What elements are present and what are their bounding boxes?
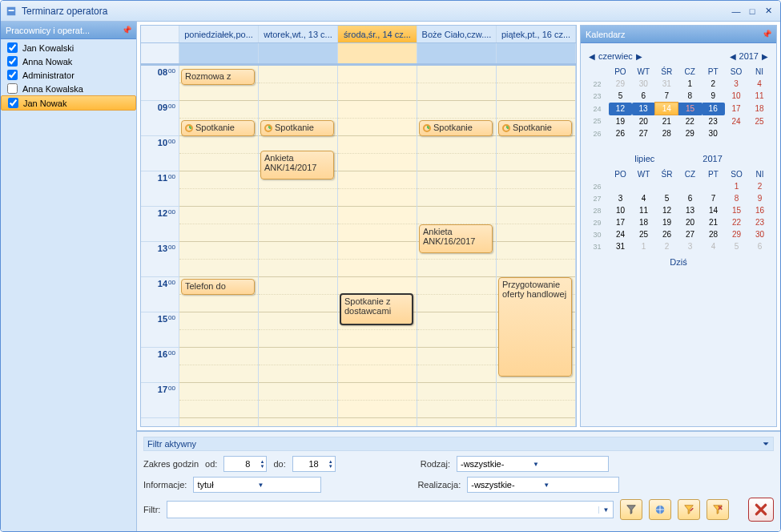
day-header[interactable]: Boże Ciało,czw.... (417, 26, 497, 42)
cal-day[interactable]: 20 (678, 216, 702, 228)
cal-day[interactable]: 18 (632, 216, 655, 228)
cal-day[interactable]: 23 (702, 115, 725, 128)
cal-day[interactable]: 23 (748, 216, 771, 228)
allday-cell[interactable] (497, 43, 576, 63)
filter-edit-button[interactable] (678, 499, 700, 520)
employee-checkbox[interactable] (7, 56, 18, 66)
employee-checkbox[interactable] (7, 83, 18, 94)
cal-day[interactable]: 27 (632, 127, 655, 139)
filter-apply-button[interactable] (620, 499, 642, 520)
cal-day[interactable]: 7 (702, 192, 725, 204)
day-header[interactable]: piątek,pt., 16 cz... (497, 26, 576, 42)
day-header[interactable]: wtorek,wt., 13 c... (259, 26, 338, 42)
employee-item[interactable]: Jan Nowak (1, 95, 136, 111)
filter-globe-button[interactable] (649, 499, 671, 520)
calendar-event[interactable]: Ankieta ANK/14/2017 (260, 151, 334, 179)
today-link[interactable]: Dziś (586, 257, 771, 267)
filter-header[interactable]: Filtr aktywny ⏷ (143, 437, 774, 451)
kind-combo[interactable]: -wszystkie-▼ (457, 456, 609, 472)
cal-day[interactable]: 20 (632, 115, 655, 128)
cal-day[interactable]: 9 (702, 90, 725, 103)
allday-cell[interactable] (338, 43, 417, 63)
cal-day[interactable]: 3 (609, 192, 632, 204)
cal-day[interactable]: 6 (678, 192, 702, 204)
cal-day[interactable]: 30 (748, 228, 771, 240)
cal-day[interactable]: 17 (609, 216, 632, 228)
cal-day[interactable]: 16 (748, 204, 771, 216)
day-column[interactable]: SpotkanieAnkieta ANK/14/2017 (259, 66, 338, 426)
hour-to-input[interactable]: ▲▼ (292, 456, 336, 472)
cal-day[interactable]: 6 (632, 90, 655, 103)
year-label[interactable]: 2017 (739, 51, 759, 61)
cal-day[interactable]: 2 (702, 78, 725, 90)
employee-item[interactable]: Jan Kowalski (1, 41, 136, 54)
collapse-icon[interactable]: ⏷ (763, 440, 770, 448)
cal-day[interactable]: 15 (678, 103, 702, 115)
cal-day[interactable]: 1 (678, 78, 702, 90)
cal-day[interactable]: 24 (725, 115, 748, 128)
employee-item[interactable]: Anna Kowalska (1, 82, 136, 95)
prev-month-button[interactable]: ◀ (586, 52, 598, 61)
cal-day[interactable]: 17 (725, 103, 748, 115)
allday-cell[interactable] (259, 43, 338, 63)
calendar-event[interactable]: Spotkanie (419, 120, 493, 136)
cal-day[interactable]: 4 (632, 192, 655, 204)
cal-day[interactable]: 26 (655, 228, 678, 240)
calendar-event[interactable]: Spotkanie z dostawcami (340, 293, 413, 325)
filter-text-input[interactable]: ▼ (167, 501, 614, 518)
allday-cell[interactable] (179, 43, 259, 63)
cal-day-today[interactable]: 14 (655, 103, 678, 115)
cal-day[interactable]: 28 (655, 127, 678, 139)
day-column[interactable]: SpotkanieAnkieta ANK/16/2017 (417, 66, 497, 426)
cal-day[interactable]: 13 (632, 103, 655, 115)
cal-day[interactable]: 4 (748, 78, 771, 90)
next-year-button[interactable]: ▶ (759, 52, 771, 61)
cal-day[interactable]: 12 (609, 103, 632, 115)
cal-day[interactable]: 31 (609, 240, 632, 252)
day-header[interactable]: środa,śr., 14 cz... (338, 26, 417, 42)
cal-day[interactable]: 5 (609, 90, 632, 103)
cal-day[interactable]: 10 (725, 90, 748, 103)
calendar-event[interactable]: Telefon do (181, 279, 255, 295)
cal-day[interactable]: 27 (678, 228, 702, 240)
close-button[interactable] (748, 498, 774, 522)
cal-day[interactable]: 13 (678, 204, 702, 216)
employee-checkbox[interactable] (7, 42, 18, 53)
cal-day[interactable]: 11 (748, 90, 771, 103)
cal-day[interactable]: 29 (725, 228, 748, 240)
cal-day[interactable]: 22 (725, 216, 748, 228)
calendar-event[interactable]: Rozmowa z (181, 69, 255, 85)
cal-day[interactable]: 29 (678, 127, 702, 139)
cal-day[interactable]: 12 (655, 204, 678, 216)
hour-from-input[interactable]: ▲▼ (223, 456, 267, 472)
cal-day[interactable]: 19 (609, 115, 632, 128)
calendar-event[interactable]: Przygotowanie oferty handlowej (498, 277, 572, 377)
cal-day[interactable]: 21 (702, 216, 725, 228)
calendar-event[interactable]: Spotkanie (181, 120, 255, 136)
minimize-button[interactable]: — (729, 6, 743, 17)
cal-day[interactable]: 9 (748, 192, 771, 204)
cal-day[interactable]: 26 (609, 127, 632, 139)
calendar-event[interactable]: Spotkanie (260, 120, 334, 136)
cal-day[interactable]: 2 (748, 180, 771, 192)
month-name[interactable]: czerwiec (598, 51, 633, 61)
cal-day[interactable]: 8 (678, 90, 702, 103)
calendar-event[interactable]: Ankieta ANK/16/2017 (419, 224, 493, 253)
cal-day[interactable]: 25 (632, 228, 655, 240)
cal-day[interactable]: 1 (725, 180, 748, 192)
cal-day[interactable]: 21 (655, 115, 678, 128)
employee-checkbox[interactable] (8, 98, 18, 108)
cal-day[interactable]: 19 (655, 216, 678, 228)
close-window-button[interactable]: ✕ (761, 6, 775, 17)
cal-day[interactable]: 3 (725, 78, 748, 90)
cal-day[interactable]: 5 (655, 192, 678, 204)
cal-day[interactable]: 28 (702, 228, 725, 240)
pin-icon[interactable]: 📌 (762, 30, 771, 38)
allday-cell[interactable] (417, 43, 497, 63)
cal-day[interactable]: 30 (702, 127, 725, 139)
cal-day[interactable]: 18 (748, 103, 771, 115)
cal-day[interactable]: 7 (655, 90, 678, 103)
calendar-event[interactable]: Spotkanie (498, 120, 572, 136)
prev-year-button[interactable]: ◀ (727, 52, 739, 61)
day-header[interactable]: poniedziałek,po... (179, 26, 259, 42)
